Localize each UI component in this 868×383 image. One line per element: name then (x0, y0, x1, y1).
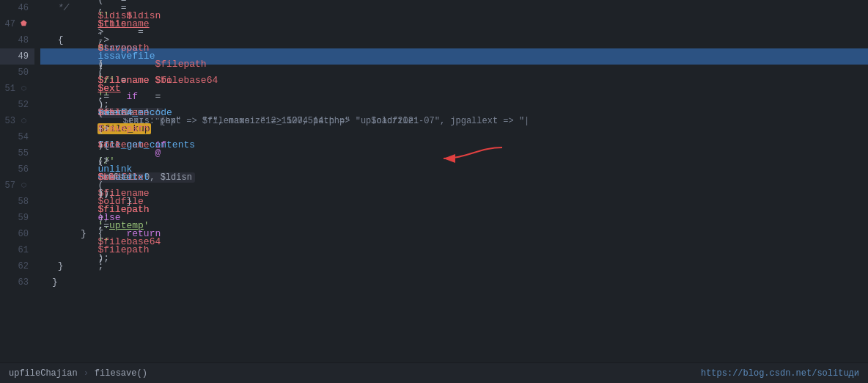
gutter-56: 56 (0, 161, 34, 178)
gutter-60: 60 (0, 226, 34, 242)
gutter-49: 49 (0, 48, 34, 65)
breadcrumb-1[interactable]: upfileChajian (9, 368, 78, 379)
code-line-58: if (! $bo ) $filepath = '' ; (40, 194, 868, 210)
gutter-54: 54 (0, 129, 34, 145)
status-left: upfileChajian › filesave() (9, 368, 147, 379)
line-numbers: 46 47 ⬟ 48 49 50 51 ⬡ 52 53 ⬡ 54 55 56 5… (0, 0, 40, 362)
breadcrumb-separator: › (84, 368, 89, 379)
gutter-52: 52 (0, 97, 34, 113)
gutter-62: 62 (0, 258, 34, 274)
gutter-61: 61 (0, 242, 34, 258)
breakpoint-47: ⬟ (18, 19, 29, 29)
code-line-62: } (40, 258, 868, 274)
gutter-48: 48 (0, 32, 34, 48)
gutter-55: 55 (0, 145, 34, 161)
status-bar: upfileChajian › filesave() https://blog.… (0, 362, 868, 383)
gutter-46: 46 (0, 0, 34, 16)
gutter-59: 59 (0, 210, 34, 226)
gutter-51: 51 ⬡ (0, 81, 34, 97)
breadcrumb-2[interactable]: filesave() (95, 368, 147, 379)
editor-area: 46 47 ⬟ 48 49 50 51 ⬡ 52 53 ⬡ 54 55 56 5… (0, 0, 868, 362)
breakpoint-51: ⬡ (18, 84, 29, 94)
website-link[interactable]: https://blog.csdn.net/solituди (701, 368, 859, 379)
code-line-61: return $filepath ; (40, 242, 868, 258)
red-arrow (422, 144, 510, 163)
breakpoint-57: ⬡ (18, 180, 29, 191)
code-line-63: } (40, 274, 868, 291)
gutter-53: 53 ⬡ (0, 113, 34, 129)
breakpoint-53: ⬡ (18, 116, 29, 126)
code-content[interactable]: */ public function filesave ( $oldfile ,… (40, 0, 868, 362)
gutter-57: 57 ⬡ (0, 178, 34, 194)
gutter-63: 63 (0, 274, 34, 291)
gutter-50: 50 (0, 65, 34, 81)
gutter-47: 47 ⬟ (0, 16, 34, 32)
gutter-58: 58 (0, 194, 34, 210)
